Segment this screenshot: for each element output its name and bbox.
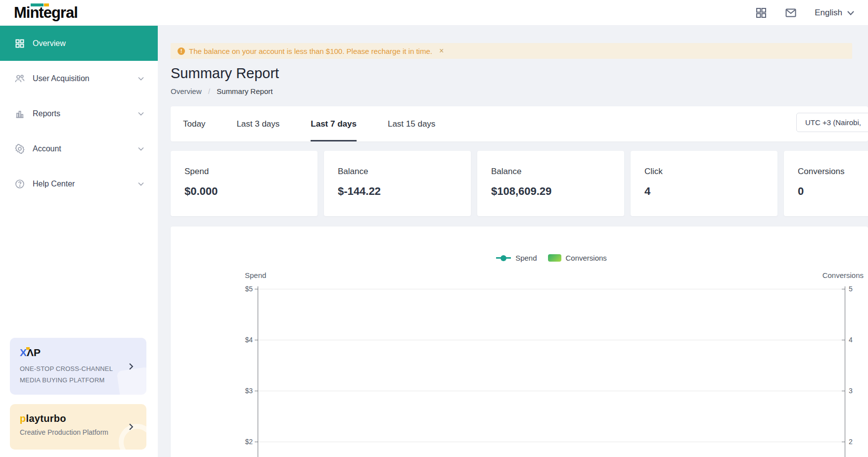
bar-chart-icon [15, 109, 25, 119]
breadcrumb-current: Summary Report [217, 87, 273, 95]
users-icon [15, 74, 25, 84]
timezone-select[interactable]: UTC +3 (Nairobi, [796, 113, 868, 132]
playturbo-promo-card[interactable]: playturbo Creative Production Platform [10, 404, 146, 450]
right-tick [842, 340, 845, 340]
sidebar-item-label: Account [33, 144, 138, 153]
left-tick [255, 391, 258, 391]
tab-last-3-days[interactable]: Last 3 days [236, 106, 279, 141]
logo-accent-marks [31, 3, 50, 6]
left-axis-tick-label: $3 [245, 387, 253, 395]
main-content: ! The balance on your account is less th… [158, 26, 868, 457]
xmp-logo: XɅP [20, 347, 137, 359]
stat-card-click: Click 4 [631, 151, 777, 216]
xmp-promo-card[interactable]: XɅP ONE-STOP CROSS-CHANNEL MEDIA BUYING … [10, 338, 146, 395]
date-range-tabs: Today Last 3 days Last 7 days Last 15 da… [171, 106, 868, 141]
stat-value: 4 [644, 185, 764, 198]
stat-value: $108,609.29 [491, 185, 610, 198]
gridline [258, 391, 845, 391]
stat-card-balance-1: Balance $-144.22 [324, 151, 471, 216]
sidebar-item-label: Overview [33, 39, 144, 48]
right-tick [842, 391, 845, 391]
chevron-down-icon [138, 76, 144, 82]
right-tick [842, 289, 845, 289]
sidebar-item-overview[interactable]: Overview [0, 26, 158, 61]
right-axis-tick-label: 2 [849, 438, 853, 446]
stat-value: $-144.22 [338, 185, 457, 198]
mintegral-logo[interactable]: Mintegral [14, 4, 78, 22]
playturbo-subtitle: Creative Production Platform [20, 428, 137, 436]
banner-message: The balance on your account is less than… [189, 47, 432, 55]
tab-last-15-days[interactable]: Last 15 days [388, 106, 435, 141]
stat-card-conversions: Conversions 0 [784, 151, 868, 216]
line-series-icon [496, 257, 511, 259]
chevron-down-icon [138, 181, 144, 187]
sidebar-item-user-acquisition[interactable]: User Acquisition [0, 61, 158, 96]
stat-label: Balance [491, 167, 610, 177]
right-axis-tick-label: 3 [849, 387, 853, 395]
chart-legend: Spend Conversions [258, 254, 845, 262]
close-icon[interactable]: × [439, 47, 444, 55]
low-balance-banner: ! The balance on your account is less th… [171, 43, 852, 59]
chart-plot-area: $5 $4 $3 $2 5 4 3 2 [258, 289, 845, 457]
left-axis-tick-label: $5 [245, 285, 253, 293]
stat-label: Balance [338, 167, 457, 177]
playturbo-logo: playturbo [20, 413, 137, 424]
right-axis-tick-label: 4 [849, 336, 853, 344]
gridline [258, 289, 845, 289]
sidebar-item-label: User Acquisition [33, 74, 138, 83]
left-axis-line [258, 286, 258, 457]
stat-card-spend: Spend $0.000 [171, 151, 318, 216]
right-axis-line [845, 286, 845, 457]
sidebar: Overview User Acquisition Reports [0, 26, 158, 457]
date-range-tabs-card: Today Last 3 days Last 7 days Last 15 da… [171, 106, 868, 141]
gear-icon [15, 144, 25, 154]
spend-conversions-chart-card: Spend Conversions Spend Conversions [171, 227, 868, 457]
apps-grid-icon[interactable] [755, 7, 767, 19]
chevron-right-icon [128, 363, 135, 370]
language-label: English [815, 8, 842, 18]
sidebar-item-label: Reports [33, 109, 138, 118]
warning-icon: ! [178, 47, 185, 55]
legend-item-spend[interactable]: Spend [496, 254, 537, 262]
gridline [258, 442, 845, 442]
chevron-down-icon [138, 111, 144, 117]
stat-value: 0 [798, 185, 868, 198]
breadcrumb: Overview / Summary Report [171, 87, 868, 95]
gridline [258, 340, 845, 340]
bar-series-icon [548, 254, 561, 262]
stat-value: $0.000 [184, 185, 304, 198]
breadcrumb-separator: / [208, 87, 210, 95]
sidebar-item-reports[interactable]: Reports [0, 96, 158, 131]
sidebar-item-help-center[interactable]: Help Center [0, 166, 158, 201]
stat-card-balance-2: Balance $108,609.29 [477, 151, 624, 216]
app-header: Mintegral English [0, 0, 868, 26]
question-circle-icon [15, 179, 25, 189]
sidebar-item-label: Help Center [33, 180, 138, 188]
right-axis-title: Conversions [822, 271, 864, 279]
chevron-down-icon [847, 11, 854, 15]
stat-label: Conversions [798, 167, 868, 177]
stat-label: Spend [184, 167, 304, 177]
tab-last-7-days[interactable]: Last 7 days [311, 106, 357, 141]
mail-icon[interactable] [785, 7, 797, 19]
chevron-right-icon [128, 423, 135, 430]
timezone-value: UTC +3 (Nairobi, [805, 118, 861, 127]
page-title: Summary Report [171, 65, 868, 82]
sidebar-item-account[interactable]: Account [0, 131, 158, 166]
legend-item-conversions[interactable]: Conversions [548, 254, 607, 262]
right-tick [842, 442, 845, 442]
chart-watermark [117, 367, 146, 395]
left-tick [255, 289, 258, 289]
left-tick [255, 442, 258, 442]
tab-today[interactable]: Today [183, 106, 205, 141]
breadcrumb-overview[interactable]: Overview [171, 87, 202, 95]
grid-icon [15, 39, 25, 48]
left-axis-title: Spend [245, 271, 266, 279]
left-tick [255, 340, 258, 340]
stat-cards-row: Spend $0.000 Balance $-144.22 Balance $1… [171, 151, 868, 216]
left-axis-tick-label: $2 [245, 438, 253, 446]
left-axis-tick-label: $4 [245, 336, 253, 344]
stat-label: Click [644, 167, 764, 177]
right-axis-tick-label: 5 [849, 285, 853, 293]
language-selector[interactable]: English [815, 8, 854, 18]
